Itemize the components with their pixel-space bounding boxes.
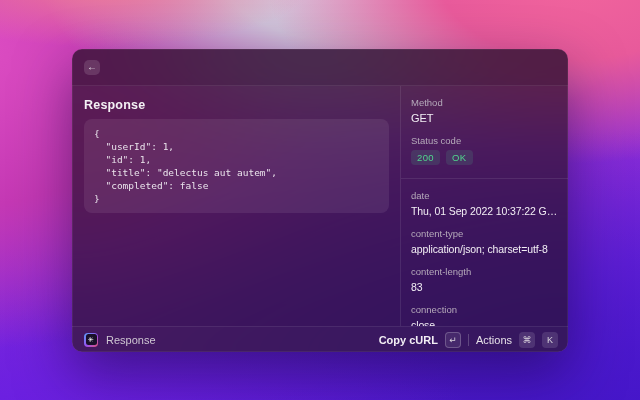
detail-field-method: Method GET [411, 97, 562, 124]
field-value: application/json; charset=utf-8 [411, 243, 562, 255]
method-value: GET [411, 112, 562, 124]
command-key-icon: ⌘ [519, 332, 535, 348]
code-line: { [94, 127, 379, 140]
copy-curl-label: Copy cURL [379, 334, 438, 346]
footer-view-title: Response [106, 334, 156, 346]
code-line: "userId": 1, [94, 140, 379, 153]
response-panel: Response { "userId": 1, "id": 1, "title"… [72, 86, 400, 326]
field-label: connection [411, 304, 562, 315]
details-headers-section: date Thu, 01 Sep 2022 10:37:22 G… conten… [401, 178, 568, 326]
details-summary-section: Method GET Status code 200 OK [401, 86, 568, 178]
response-json-block: { "userId": 1, "id": 1, "title": "delect… [84, 119, 389, 213]
field-value: 83 [411, 281, 562, 293]
actions-label: Actions [476, 334, 512, 346]
status-code-badge: 200 [411, 150, 440, 165]
raycast-window: ← Response { "userId": 1, "id": 1, "titl… [72, 49, 568, 352]
action-bar: ✳ Response Copy cURL ↵ Actions ⌘ K [72, 326, 568, 352]
window-main: Response { "userId": 1, "id": 1, "title"… [72, 86, 568, 326]
back-button[interactable]: ← [84, 60, 100, 75]
field-label: date [411, 190, 562, 201]
code-line: "title": "delectus aut autem", [94, 166, 379, 179]
field-label: Status code [411, 135, 562, 146]
detail-field-status: Status code 200 OK [411, 135, 562, 165]
code-line: } [94, 192, 379, 205]
field-value: Thu, 01 Sep 2022 10:37:22 G… [411, 205, 562, 217]
desktop-wallpaper: { "icons": { "back": "←", "return_key": … [0, 0, 640, 400]
return-key-icon: ↵ [445, 332, 461, 348]
footer-actions: Copy cURL ↵ Actions ⌘ K [379, 332, 558, 348]
footer-separator [468, 334, 469, 346]
k-key-badge: K [542, 332, 558, 348]
response-details-panel: Method GET Status code 200 OK date Thu, … [400, 86, 568, 326]
response-panel-title: Response [84, 98, 389, 112]
actions-menu-button[interactable]: Actions ⌘ K [476, 332, 558, 348]
extension-icon: ✳ [84, 333, 98, 347]
field-label: Method [411, 97, 562, 108]
field-label: content-length [411, 266, 562, 277]
field-label: content-type [411, 228, 562, 239]
code-line: "id": 1, [94, 153, 379, 166]
field-value: close [411, 319, 562, 326]
detail-field-content-length: content-length 83 [411, 266, 562, 293]
status-text-badge: OK [446, 150, 473, 165]
detail-field-content-type: content-type application/json; charset=u… [411, 228, 562, 255]
detail-field-connection: connection close [411, 304, 562, 326]
copy-curl-button[interactable]: Copy cURL ↵ [379, 332, 461, 348]
window-header: ← [72, 49, 568, 86]
asterisk-icon: ✳ [86, 334, 97, 345]
back-arrow-icon: ← [87, 62, 97, 72]
detail-field-date: date Thu, 01 Sep 2022 10:37:22 G… [411, 190, 562, 217]
code-line: "completed": false [94, 179, 379, 192]
status-badge-row: 200 OK [411, 150, 562, 165]
